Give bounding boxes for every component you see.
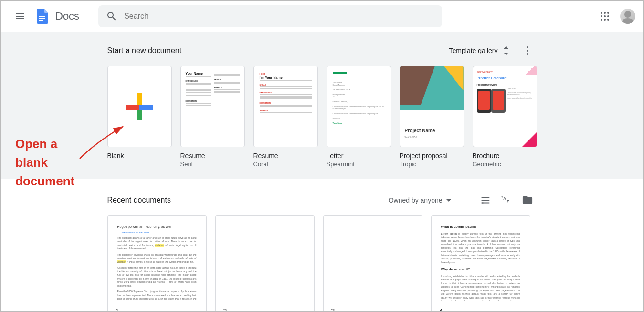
svg-rect-1 bbox=[39, 18, 45, 19]
sort-az-icon: AZ bbox=[501, 195, 512, 205]
ownership-filter-label: Owned by anyone bbox=[389, 196, 443, 204]
folder-icon bbox=[522, 195, 533, 205]
apps-grid-icon bbox=[601, 12, 609, 21]
sort-button[interactable]: AZ bbox=[497, 191, 516, 210]
template-blank[interactable]: Blank bbox=[107, 66, 172, 168]
recent-doc-label: 4 bbox=[431, 301, 530, 312]
app-header: Docs bbox=[1, 1, 643, 32]
main-menu-button[interactable] bbox=[9, 5, 32, 28]
app-name: Docs bbox=[55, 10, 79, 22]
google-apps-button[interactable] bbox=[595, 7, 614, 26]
recent-title: Recent documents bbox=[107, 196, 171, 204]
recent-doc-label: 1 bbox=[107, 301, 207, 312]
ownership-filter-dropdown[interactable]: Owned by anyone bbox=[385, 194, 455, 207]
docs-logo[interactable]: Docs bbox=[33, 8, 79, 25]
docs-icon bbox=[33, 8, 51, 25]
list-view-button[interactable] bbox=[476, 191, 495, 210]
svg-text:Z: Z bbox=[507, 199, 509, 204]
template-title: Letter bbox=[327, 152, 391, 160]
template-subtitle: Tropic bbox=[400, 161, 464, 168]
unfold-icon bbox=[502, 46, 510, 55]
account-avatar[interactable] bbox=[620, 9, 635, 24]
chevron-down-icon bbox=[446, 199, 451, 202]
template-subtitle: Geometric bbox=[473, 161, 537, 168]
plus-icon bbox=[126, 93, 153, 120]
template-title: Resume bbox=[253, 152, 318, 160]
svg-rect-2 bbox=[39, 20, 43, 21]
more-options-button[interactable] bbox=[518, 41, 537, 60]
template-subtitle: Spearmint bbox=[327, 161, 391, 168]
recent-doc-label: 3 bbox=[323, 301, 422, 312]
template-title: Project proposal bbox=[400, 152, 464, 160]
recent-doc-1[interactable]: Rogue police harm economy, as well------… bbox=[107, 215, 207, 312]
more-vert-icon bbox=[527, 46, 528, 55]
template-subtitle: Serif bbox=[180, 161, 245, 168]
svg-text:A: A bbox=[503, 196, 506, 201]
search-box[interactable] bbox=[98, 5, 442, 27]
recent-doc-2[interactable]: 2 bbox=[215, 215, 315, 312]
svg-rect-0 bbox=[39, 16, 45, 17]
templates-title: Start a new document bbox=[107, 46, 182, 55]
template-resume-coral[interactable]: HelloI'm Your NameSKILLSEXPERIENCEEDUCAT… bbox=[253, 66, 318, 168]
template-gallery-button[interactable]: Template gallery bbox=[445, 43, 514, 58]
recent-doc-4[interactable]: What is Lorem Ipsum?Lorem Ipsum is simpl… bbox=[431, 215, 530, 312]
template-title: Blank bbox=[107, 152, 172, 160]
recent-doc-3[interactable]: 3 bbox=[323, 215, 422, 312]
recent-section: Recent documents Owned by anyone AZ bbox=[1, 179, 643, 312]
folder-button[interactable] bbox=[518, 191, 537, 210]
template-project-tropic[interactable]: Project Name09.04.20XX Project proposal … bbox=[400, 66, 464, 168]
template-brochure-geometric[interactable]: Your CompanyProduct BrochureProduct Over… bbox=[473, 66, 537, 168]
template-subtitle: Coral bbox=[253, 161, 318, 168]
search-icon bbox=[106, 11, 117, 22]
templates-section: Start a new document Template gallery Bl… bbox=[1, 32, 643, 179]
list-view-icon bbox=[480, 195, 491, 205]
template-title: Brochure bbox=[473, 152, 537, 160]
search-input[interactable] bbox=[124, 12, 434, 21]
template-letter-spearmint[interactable]: Your NameStreet Address4th September 20X… bbox=[327, 66, 391, 168]
template-resume-serif[interactable]: Your NameEXPERIENCEEDUCATIONSKILLSAWARDS… bbox=[180, 66, 245, 168]
hamburger-icon bbox=[16, 13, 24, 19]
template-gallery-label: Template gallery bbox=[449, 47, 498, 54]
recent-doc-label: 2 bbox=[215, 301, 315, 312]
template-title: Resume bbox=[180, 152, 245, 160]
